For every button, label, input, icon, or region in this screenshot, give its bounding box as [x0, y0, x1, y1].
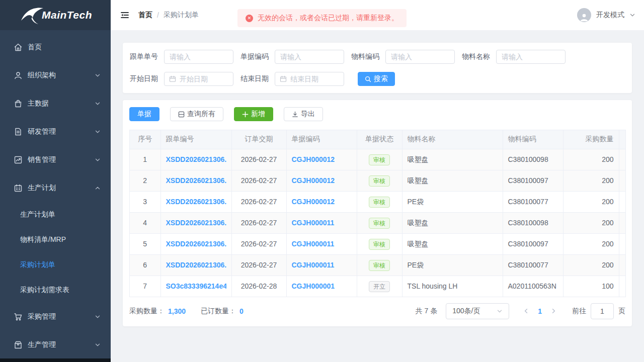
sidebar-item[interactable]: 研发管理: [0, 118, 111, 146]
doc-no-link[interactable]: CGJH000011: [292, 238, 352, 249]
user-menu[interactable]: 开发模式: [577, 8, 635, 22]
start-date-input[interactable]: [164, 72, 233, 86]
delivery-date-cell: 2026-02-27: [231, 233, 286, 254]
material-name-input[interactable]: [496, 50, 566, 64]
doc-no-link[interactable]: CGJH000011: [292, 259, 352, 270]
export-button[interactable]: 导出: [284, 107, 323, 121]
sidebar-item[interactable]: 组织架构: [0, 61, 111, 89]
doc-no-link[interactable]: CGJH000001: [292, 281, 352, 292]
page-size-select[interactable]: 100条/页: [446, 303, 509, 319]
doc-code-input[interactable]: [275, 50, 344, 64]
submenu: 生产计划单物料清单/MRP采购计划单采购计划需求表: [0, 202, 111, 303]
doc-no-cell: CGJH000011: [286, 254, 357, 276]
order-no-cell: XSDD2026021306..: [160, 170, 231, 191]
sidebar-collapse-icon[interactable]: [120, 10, 130, 20]
breadcrumb: 首页 / 采购计划单: [138, 11, 199, 20]
material-name-cell: PE袋: [402, 191, 503, 212]
doc-no-cell: CGJH000001: [286, 276, 357, 297]
sidebar-item[interactable]: 生产管理: [0, 331, 111, 359]
status-badge: 审核: [369, 154, 390, 165]
doc-no-cell: CGJH000012: [286, 149, 357, 170]
status-cell: 审核: [357, 212, 402, 233]
filter-field: 物料编码: [351, 50, 455, 64]
order-no-link[interactable]: SO3c833396214e40: [166, 281, 226, 292]
prev-page-button[interactable]: [523, 308, 529, 314]
purchase-plan-table: 序号跟单编号订单交期单据编码单据状态物料名称物料编码采购数量 1XSDD2026…: [129, 130, 626, 297]
filter-field: 开始日期: [130, 72, 233, 86]
sidebar-menu: 首页组织架构主数据研发管理销售管理生产计划生产计划单物料清单/MRP采购计划单采…: [0, 30, 111, 359]
chevron-down-icon: [95, 72, 101, 78]
filter-panel: 跟单单号单据编码物料编码物料名称 开始日期结束日期搜索: [123, 43, 632, 93]
goto-page-input[interactable]: [591, 303, 614, 319]
material-code-cell: A0201100563N: [503, 276, 563, 297]
summary-stats: 采购数量： 1,300 已订数量： 0: [129, 307, 259, 316]
sidebar-item[interactable]: 主数据: [0, 89, 111, 118]
order-no-link[interactable]: XSDD2026021306..: [166, 196, 226, 207]
order-no-link[interactable]: XSDD2026021306..: [166, 259, 226, 270]
next-page-button[interactable]: [550, 308, 557, 314]
order-no-link[interactable]: XSDD2026021306..: [166, 175, 226, 186]
doc-button[interactable]: 单据: [129, 107, 159, 121]
status-badge: 审核: [369, 260, 390, 271]
chevron-down-icon: [95, 342, 101, 348]
column-header: 单据编码: [286, 130, 357, 149]
sidebar-item[interactable]: 首页: [0, 33, 111, 61]
order-no-link[interactable]: XSDD2026021306..: [166, 154, 226, 165]
home-icon: [14, 43, 23, 52]
order-no-cell: XSDD2026021306..: [160, 149, 231, 170]
doc-no-link[interactable]: CGJH000012: [292, 175, 352, 186]
row-seq: 2: [130, 170, 160, 191]
table-row: 5XSDD2026021306..2026-02-27CGJH000011审核吸…: [130, 233, 626, 254]
delivery-date-cell: 2026-02-27: [231, 170, 286, 191]
sidebar-item[interactable]: 生产计划: [0, 174, 111, 202]
delivery-date-cell: 2026-02-27: [231, 191, 286, 212]
page-number-1[interactable]: 1: [538, 307, 542, 315]
sidebar-subitem[interactable]: 采购计划单: [0, 252, 111, 278]
order-no-link[interactable]: XSDD2026021306..: [166, 238, 226, 249]
sidebar: MainTech 首页组织架构主数据研发管理销售管理生产计划生产计划单物料清单/…: [0, 0, 111, 362]
ordered-qty-value: 0: [239, 307, 244, 315]
row-seq: 6: [130, 254, 160, 276]
sidebar-bottom-strip: [0, 358, 111, 362]
sidebar-subitem[interactable]: 生产计划单: [0, 202, 111, 227]
row-seq: 7: [130, 276, 160, 297]
spacer-cell: [619, 170, 626, 191]
table-row: 3XSDD2026021306..2026-02-27CGJH000012审核P…: [130, 191, 626, 212]
table-row: 4XSDD2026021306..2026-02-27CGJH000011审核吸…: [130, 212, 626, 233]
download-icon: [292, 111, 298, 118]
table-row: 1XSDD2026021306..2026-02-27CGJH000012审核吸…: [130, 149, 626, 170]
filter-row-2: 开始日期结束日期搜索: [130, 72, 625, 86]
sidebar-item[interactable]: 销售管理: [0, 146, 111, 174]
sidebar-subitem[interactable]: 物料清单/MRP: [0, 227, 111, 252]
doc-no-cell: CGJH000012: [286, 191, 357, 212]
breadcrumb-home[interactable]: 首页: [138, 11, 152, 20]
doc-no-link[interactable]: CGJH000012: [292, 196, 352, 207]
avatar: [577, 8, 591, 22]
add-button[interactable]: 新增: [234, 107, 273, 121]
qty-cell: 200: [563, 233, 619, 254]
plus-icon: [242, 111, 249, 118]
logo-text: MainTech: [42, 9, 92, 21]
column-header: 采购数量: [563, 130, 619, 149]
material-code-input[interactable]: [385, 50, 455, 64]
order-no-link[interactable]: XSDD2026021306..: [166, 217, 226, 228]
qty-cell: 200: [563, 191, 619, 212]
breadcrumb-current: 采购计划单: [164, 11, 199, 20]
query-all-button[interactable]: 查询所有: [170, 107, 223, 121]
sidebar-item[interactable]: 采购管理: [0, 303, 111, 331]
doc-no-link[interactable]: CGJH000011: [292, 217, 352, 228]
table-header-row: 序号跟单编号订单交期单据编码单据状态物料名称物料编码采购数量: [130, 130, 626, 149]
status-cell: 审核: [357, 233, 402, 254]
spacer-cell: [619, 212, 626, 233]
filter-field: 物料名称: [462, 50, 566, 64]
doc-no-link[interactable]: CGJH000012: [292, 154, 352, 165]
order-no-cell: SO3c833396214e40: [160, 276, 231, 297]
end-date-input[interactable]: [275, 72, 344, 86]
status-cell: 审核: [357, 254, 402, 276]
chevron-down-icon: [497, 308, 503, 314]
tracking-no-input[interactable]: [164, 50, 233, 64]
search-button[interactable]: 搜索: [358, 72, 395, 86]
sidebar-subitem[interactable]: 采购计划需求表: [0, 278, 111, 303]
material-code-cell: C380100098: [503, 149, 563, 170]
column-header: 跟单编号: [160, 130, 231, 149]
